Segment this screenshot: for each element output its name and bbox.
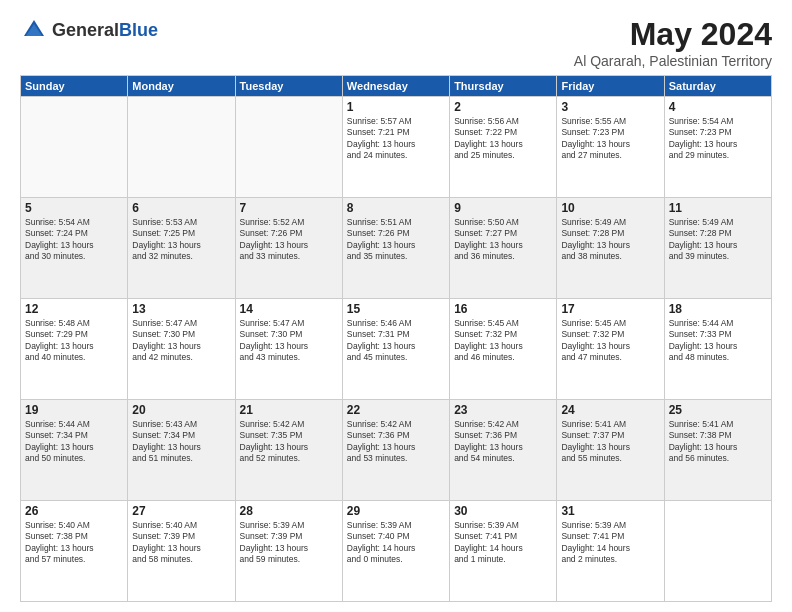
day-info: Sunrise: 5:56 AM Sunset: 7:22 PM Dayligh… (454, 116, 552, 162)
calendar-table: SundayMondayTuesdayWednesdayThursdayFrid… (20, 75, 772, 602)
calendar-cell: 5Sunrise: 5:54 AM Sunset: 7:24 PM Daylig… (21, 198, 128, 299)
calendar-title: May 2024 (574, 16, 772, 53)
calendar-cell: 6Sunrise: 5:53 AM Sunset: 7:25 PM Daylig… (128, 198, 235, 299)
calendar-cell: 21Sunrise: 5:42 AM Sunset: 7:35 PM Dayli… (235, 400, 342, 501)
day-number: 28 (240, 504, 338, 518)
calendar-cell: 16Sunrise: 5:45 AM Sunset: 7:32 PM Dayli… (450, 299, 557, 400)
day-number: 10 (561, 201, 659, 215)
page: GeneralBlue May 2024 Al Qararah, Palesti… (0, 0, 792, 612)
day-info: Sunrise: 5:44 AM Sunset: 7:33 PM Dayligh… (669, 318, 767, 364)
day-info: Sunrise: 5:43 AM Sunset: 7:34 PM Dayligh… (132, 419, 230, 465)
calendar-cell: 25Sunrise: 5:41 AM Sunset: 7:38 PM Dayli… (664, 400, 771, 501)
day-number: 26 (25, 504, 123, 518)
calendar-cell: 3Sunrise: 5:55 AM Sunset: 7:23 PM Daylig… (557, 97, 664, 198)
day-header-tuesday: Tuesday (235, 76, 342, 97)
day-number: 1 (347, 100, 445, 114)
day-info: Sunrise: 5:44 AM Sunset: 7:34 PM Dayligh… (25, 419, 123, 465)
day-info: Sunrise: 5:53 AM Sunset: 7:25 PM Dayligh… (132, 217, 230, 263)
day-info: Sunrise: 5:54 AM Sunset: 7:24 PM Dayligh… (25, 217, 123, 263)
day-number: 12 (25, 302, 123, 316)
week-row-1: 1Sunrise: 5:57 AM Sunset: 7:21 PM Daylig… (21, 97, 772, 198)
day-number: 29 (347, 504, 445, 518)
calendar-cell: 23Sunrise: 5:42 AM Sunset: 7:36 PM Dayli… (450, 400, 557, 501)
calendar-cell: 24Sunrise: 5:41 AM Sunset: 7:37 PM Dayli… (557, 400, 664, 501)
day-info: Sunrise: 5:42 AM Sunset: 7:36 PM Dayligh… (454, 419, 552, 465)
day-number: 11 (669, 201, 767, 215)
day-number: 19 (25, 403, 123, 417)
calendar-cell: 27Sunrise: 5:40 AM Sunset: 7:39 PM Dayli… (128, 501, 235, 602)
logo-icon (20, 16, 48, 44)
calendar-cell: 19Sunrise: 5:44 AM Sunset: 7:34 PM Dayli… (21, 400, 128, 501)
calendar-cell (664, 501, 771, 602)
header-row: SundayMondayTuesdayWednesdayThursdayFrid… (21, 76, 772, 97)
calendar-cell: 26Sunrise: 5:40 AM Sunset: 7:38 PM Dayli… (21, 501, 128, 602)
day-number: 31 (561, 504, 659, 518)
week-row-4: 19Sunrise: 5:44 AM Sunset: 7:34 PM Dayli… (21, 400, 772, 501)
day-number: 23 (454, 403, 552, 417)
day-info: Sunrise: 5:41 AM Sunset: 7:37 PM Dayligh… (561, 419, 659, 465)
day-header-wednesday: Wednesday (342, 76, 449, 97)
calendar-cell: 31Sunrise: 5:39 AM Sunset: 7:41 PM Dayli… (557, 501, 664, 602)
day-info: Sunrise: 5:42 AM Sunset: 7:36 PM Dayligh… (347, 419, 445, 465)
day-number: 27 (132, 504, 230, 518)
logo: GeneralBlue (20, 16, 158, 44)
day-info: Sunrise: 5:51 AM Sunset: 7:26 PM Dayligh… (347, 217, 445, 263)
calendar-cell (21, 97, 128, 198)
logo-general: GeneralBlue (52, 20, 158, 41)
day-number: 4 (669, 100, 767, 114)
day-info: Sunrise: 5:48 AM Sunset: 7:29 PM Dayligh… (25, 318, 123, 364)
header: GeneralBlue May 2024 Al Qararah, Palesti… (20, 16, 772, 69)
day-info: Sunrise: 5:42 AM Sunset: 7:35 PM Dayligh… (240, 419, 338, 465)
calendar-cell (235, 97, 342, 198)
day-info: Sunrise: 5:49 AM Sunset: 7:28 PM Dayligh… (561, 217, 659, 263)
calendar-cell: 9Sunrise: 5:50 AM Sunset: 7:27 PM Daylig… (450, 198, 557, 299)
day-info: Sunrise: 5:39 AM Sunset: 7:41 PM Dayligh… (561, 520, 659, 566)
calendar-cell: 7Sunrise: 5:52 AM Sunset: 7:26 PM Daylig… (235, 198, 342, 299)
title-block: May 2024 Al Qararah, Palestinian Territo… (574, 16, 772, 69)
calendar-subtitle: Al Qararah, Palestinian Territory (574, 53, 772, 69)
calendar-cell: 13Sunrise: 5:47 AM Sunset: 7:30 PM Dayli… (128, 299, 235, 400)
calendar-cell: 4Sunrise: 5:54 AM Sunset: 7:23 PM Daylig… (664, 97, 771, 198)
day-header-saturday: Saturday (664, 76, 771, 97)
day-info: Sunrise: 5:57 AM Sunset: 7:21 PM Dayligh… (347, 116, 445, 162)
calendar-cell: 11Sunrise: 5:49 AM Sunset: 7:28 PM Dayli… (664, 198, 771, 299)
calendar-cell: 14Sunrise: 5:47 AM Sunset: 7:30 PM Dayli… (235, 299, 342, 400)
day-number: 20 (132, 403, 230, 417)
day-info: Sunrise: 5:52 AM Sunset: 7:26 PM Dayligh… (240, 217, 338, 263)
calendar-cell: 12Sunrise: 5:48 AM Sunset: 7:29 PM Dayli… (21, 299, 128, 400)
calendar-cell: 17Sunrise: 5:45 AM Sunset: 7:32 PM Dayli… (557, 299, 664, 400)
day-header-friday: Friday (557, 76, 664, 97)
calendar-cell: 15Sunrise: 5:46 AM Sunset: 7:31 PM Dayli… (342, 299, 449, 400)
day-info: Sunrise: 5:39 AM Sunset: 7:39 PM Dayligh… (240, 520, 338, 566)
calendar-cell: 10Sunrise: 5:49 AM Sunset: 7:28 PM Dayli… (557, 198, 664, 299)
calendar-cell: 22Sunrise: 5:42 AM Sunset: 7:36 PM Dayli… (342, 400, 449, 501)
day-number: 16 (454, 302, 552, 316)
day-number: 13 (132, 302, 230, 316)
day-number: 9 (454, 201, 552, 215)
day-info: Sunrise: 5:55 AM Sunset: 7:23 PM Dayligh… (561, 116, 659, 162)
day-number: 3 (561, 100, 659, 114)
day-info: Sunrise: 5:41 AM Sunset: 7:38 PM Dayligh… (669, 419, 767, 465)
day-info: Sunrise: 5:45 AM Sunset: 7:32 PM Dayligh… (561, 318, 659, 364)
day-number: 17 (561, 302, 659, 316)
calendar-cell: 28Sunrise: 5:39 AM Sunset: 7:39 PM Dayli… (235, 501, 342, 602)
calendar-cell: 1Sunrise: 5:57 AM Sunset: 7:21 PM Daylig… (342, 97, 449, 198)
day-number: 14 (240, 302, 338, 316)
calendar-cell: 18Sunrise: 5:44 AM Sunset: 7:33 PM Dayli… (664, 299, 771, 400)
day-header-sunday: Sunday (21, 76, 128, 97)
calendar-cell: 8Sunrise: 5:51 AM Sunset: 7:26 PM Daylig… (342, 198, 449, 299)
day-header-thursday: Thursday (450, 76, 557, 97)
day-number: 21 (240, 403, 338, 417)
day-number: 15 (347, 302, 445, 316)
week-row-5: 26Sunrise: 5:40 AM Sunset: 7:38 PM Dayli… (21, 501, 772, 602)
day-number: 25 (669, 403, 767, 417)
day-info: Sunrise: 5:39 AM Sunset: 7:40 PM Dayligh… (347, 520, 445, 566)
day-number: 2 (454, 100, 552, 114)
day-info: Sunrise: 5:40 AM Sunset: 7:38 PM Dayligh… (25, 520, 123, 566)
week-row-2: 5Sunrise: 5:54 AM Sunset: 7:24 PM Daylig… (21, 198, 772, 299)
day-info: Sunrise: 5:49 AM Sunset: 7:28 PM Dayligh… (669, 217, 767, 263)
day-info: Sunrise: 5:40 AM Sunset: 7:39 PM Dayligh… (132, 520, 230, 566)
day-info: Sunrise: 5:39 AM Sunset: 7:41 PM Dayligh… (454, 520, 552, 566)
calendar-cell: 30Sunrise: 5:39 AM Sunset: 7:41 PM Dayli… (450, 501, 557, 602)
calendar-cell: 20Sunrise: 5:43 AM Sunset: 7:34 PM Dayli… (128, 400, 235, 501)
